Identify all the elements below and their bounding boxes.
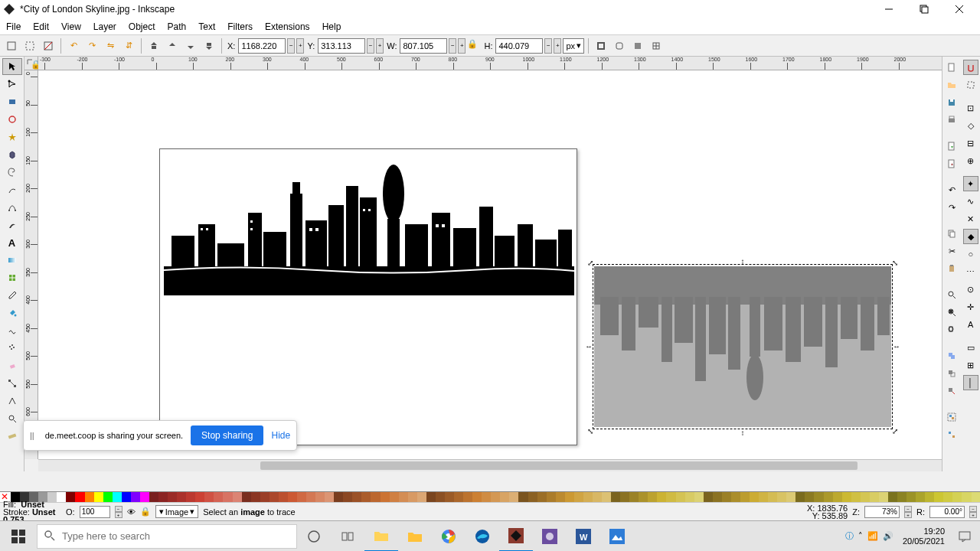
color-palette[interactable] — [0, 491, 980, 502]
dropper-tool[interactable] — [2, 287, 22, 304]
swatch[interactable] — [639, 492, 648, 503]
snap-line-midpoint-button[interactable]: ⋯ — [963, 264, 978, 279]
taskbar-app-word[interactable]: W — [567, 521, 600, 552]
swatch[interactable] — [795, 492, 805, 503]
swatch[interactable] — [334, 492, 343, 503]
swatch[interactable] — [371, 492, 380, 503]
import-button[interactable] — [944, 139, 959, 154]
move-gradients-button[interactable] — [629, 37, 646, 54]
handle-se[interactable] — [891, 427, 899, 435]
search-input[interactable] — [62, 530, 290, 542]
spray-tool[interactable] — [2, 340, 22, 357]
swatch[interactable] — [888, 492, 897, 503]
x-dec[interactable]: − — [287, 38, 295, 54]
taskbar-app-edge[interactable] — [466, 521, 499, 552]
swatch[interactable] — [408, 492, 417, 503]
opacity-input[interactable] — [80, 506, 110, 518]
w-dec[interactable]: − — [449, 38, 456, 54]
handle-nw[interactable] — [586, 259, 594, 266]
swatch[interactable] — [620, 492, 629, 503]
swatch[interactable] — [242, 492, 251, 503]
snap-rotation-center-button[interactable]: ✛ — [963, 299, 978, 315]
opacity-inc[interactable]: + — [115, 512, 122, 518]
snap-cusp-button[interactable]: ◆ — [963, 229, 978, 244]
ruler-origin[interactable]: 🔒 — [24, 57, 38, 70]
snap-page-button[interactable]: ▭ — [963, 340, 978, 355]
stop-sharing-button[interactable]: Stop sharing — [191, 425, 263, 445]
node-tool[interactable] — [2, 76, 22, 93]
open-doc-button[interactable] — [944, 77, 959, 93]
handle-s[interactable] — [739, 429, 746, 436]
swatch[interactable] — [288, 492, 297, 503]
paintbucket-tool[interactable] — [2, 305, 22, 321]
swatch[interactable] — [916, 492, 925, 503]
swatch[interactable] — [445, 492, 454, 503]
redo-button[interactable]: ↷ — [944, 200, 959, 215]
y-inc[interactable]: + — [376, 38, 384, 54]
clone-button[interactable] — [944, 366, 959, 381]
connector-tool[interactable] — [2, 375, 22, 392]
swatch[interactable] — [952, 492, 962, 503]
unlink-clone-button[interactable] — [944, 383, 959, 399]
handle-w[interactable] — [585, 342, 593, 350]
swatch[interactable] — [879, 492, 888, 503]
swatch[interactable] — [962, 492, 971, 503]
swatch[interactable] — [574, 492, 583, 503]
swatch[interactable] — [897, 492, 906, 503]
swatch[interactable] — [436, 492, 445, 503]
swatch[interactable] — [381, 492, 390, 503]
ellipse-tool[interactable] — [2, 111, 22, 128]
swatch[interactable] — [352, 492, 361, 503]
handle-sw[interactable] — [586, 427, 594, 435]
swatch[interactable] — [426, 492, 436, 503]
box3d-tool[interactable] — [2, 146, 22, 163]
new-doc-button[interactable] — [944, 60, 959, 75]
print-button[interactable] — [944, 112, 959, 128]
selector-tool[interactable] — [2, 58, 22, 75]
measure-tool[interactable] — [2, 428, 22, 445]
swatch[interactable] — [251, 492, 260, 503]
swatch[interactable] — [750, 492, 759, 503]
zoom-inc[interactable]: + — [904, 512, 912, 518]
spiral-tool[interactable] — [2, 164, 22, 181]
hide-sharing-button[interactable]: Hide — [271, 430, 290, 441]
swatch[interactable] — [270, 492, 279, 503]
snap-bbox-corner-button[interactable]: ◇ — [963, 118, 978, 133]
zoom-drawing-button[interactable] — [944, 305, 959, 320]
swatch[interactable] — [204, 492, 214, 503]
swatch[interactable] — [611, 492, 620, 503]
swatch[interactable] — [518, 492, 528, 503]
gradient-tool[interactable] — [2, 252, 22, 269]
swatch[interactable] — [214, 492, 223, 503]
swatch[interactable] — [722, 492, 731, 503]
h-inc[interactable]: + — [554, 38, 561, 54]
duplicate-button[interactable] — [944, 348, 959, 364]
snap-guide-button[interactable]: │ — [963, 375, 978, 390]
bezier-tool[interactable] — [2, 199, 22, 216]
paste-button[interactable] — [944, 261, 959, 276]
swatch[interactable] — [122, 492, 131, 503]
pause-icon[interactable]: || — [30, 431, 34, 440]
swatch[interactable] — [842, 492, 851, 503]
swatch[interactable] — [158, 492, 168, 503]
snap-grid-button[interactable]: ⊞ — [963, 357, 978, 373]
swatch[interactable] — [861, 492, 870, 503]
cut-button[interactable]: ✂ — [944, 243, 959, 259]
swatch[interactable] — [759, 492, 768, 503]
swatch[interactable] — [113, 492, 122, 503]
minimize-button[interactable] — [871, 0, 906, 18]
ruler-horizontal[interactable]: -300-200-1000100200300400500600700800900… — [38, 57, 942, 70]
swatch[interactable] — [925, 492, 934, 503]
swatch[interactable] — [390, 492, 399, 503]
swatch[interactable] — [195, 492, 204, 503]
rot-dec[interactable]: − — [969, 506, 977, 512]
taskbar-app-chrome[interactable] — [432, 521, 466, 552]
snap-bbox-center-button[interactable]: ⊕ — [963, 153, 978, 168]
snap-intersection-button[interactable]: ✕ — [963, 211, 978, 227]
snap-path-button[interactable]: ∿ — [963, 194, 978, 209]
swatch[interactable] — [694, 492, 704, 503]
menu-filters[interactable]: Filters — [221, 20, 259, 34]
swatch[interactable] — [315, 492, 325, 503]
lock-aspect-button[interactable]: 🔒 — [467, 39, 481, 53]
undo-button[interactable]: ↶ — [944, 182, 959, 197]
